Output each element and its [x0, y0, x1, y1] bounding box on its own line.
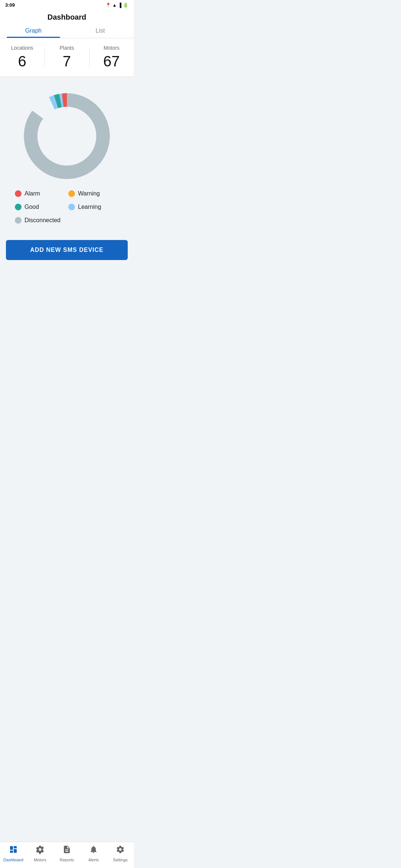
alarm-dot	[15, 190, 22, 197]
disconnected-dot	[15, 217, 22, 224]
legend-alarm: Alarm	[15, 190, 65, 197]
add-button-wrapper: ADD NEW SMS DEVICE	[0, 233, 134, 269]
warning-dot	[68, 190, 75, 197]
status-bar: 3:09 📍 ▲ ▐ 🔋	[0, 0, 134, 9]
status-icons: 📍 ▲ ▐ 🔋	[105, 3, 128, 8]
legend-learning: Learning	[68, 204, 119, 210]
tab-list[interactable]: List	[67, 23, 134, 38]
tab-bar: Graph List	[0, 23, 134, 38]
legend-disconnected: Disconnected	[15, 217, 119, 224]
page-title: Dashboard	[48, 13, 86, 21]
stat-plants: Plants 7	[45, 45, 89, 70]
donut-segment-disconnected	[31, 100, 103, 172]
stat-motors: Motors 67	[89, 45, 134, 70]
good-dot	[15, 204, 22, 210]
add-sms-device-button[interactable]: ADD NEW SMS DEVICE	[6, 240, 128, 260]
stats-row: Locations 6 Plants 7 Motors 67	[0, 38, 134, 77]
learning-dot	[68, 204, 75, 210]
chart-legend: Alarm Warning Good Learning Disconnected	[6, 184, 128, 227]
legend-good: Good	[15, 204, 65, 210]
location-icon: 📍	[105, 3, 111, 8]
status-time: 3:09	[5, 2, 15, 8]
tab-graph[interactable]: Graph	[0, 23, 67, 38]
stat-locations: Locations 6	[0, 45, 44, 70]
page-header: Dashboard	[0, 9, 134, 23]
chart-area: Alarm Warning Good Learning Disconnected	[0, 77, 134, 233]
signal-icon: ▐	[118, 3, 121, 8]
donut-svg	[19, 88, 115, 184]
donut-chart	[19, 88, 115, 184]
legend-warning: Warning	[68, 190, 119, 197]
wifi-icon: ▲	[113, 3, 117, 8]
battery-icon: 🔋	[123, 3, 128, 8]
